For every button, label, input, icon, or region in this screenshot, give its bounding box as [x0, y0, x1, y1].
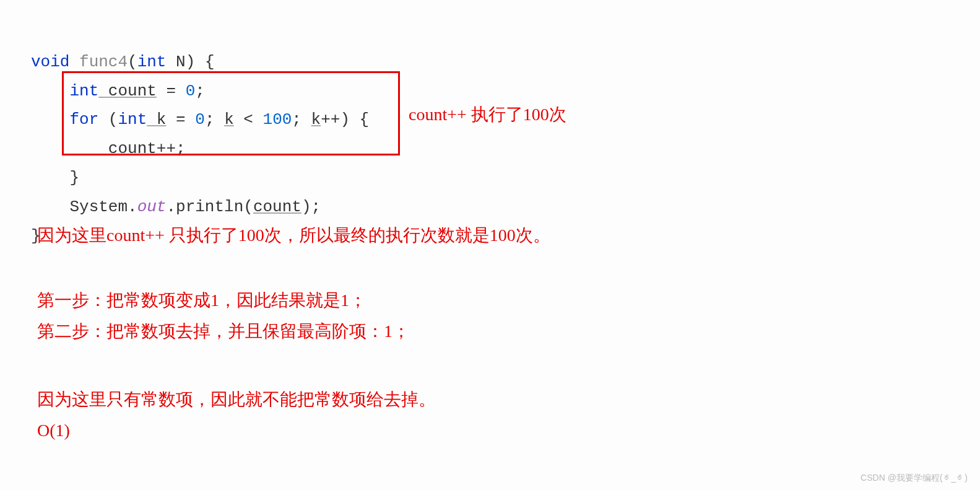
keyword-int: int: [69, 82, 98, 100]
number-literal: 100: [263, 110, 292, 129]
var-k: k: [224, 110, 234, 129]
annotation-bigO: O(1): [37, 415, 70, 446]
indent: [31, 139, 108, 158]
code-text: <: [234, 110, 263, 129]
code-text: );: [301, 198, 321, 216]
code-text: ;: [292, 110, 311, 129]
annotation-step-2: 第二步：把常数项去掉，并且保留最高阶项：1；: [37, 316, 410, 347]
indent: [31, 110, 69, 129]
annotation-paragraph-1: 因为这里count++ 只执行了100次，所以最终的执行次数就是100次。: [37, 220, 550, 251]
class-ref: System.: [69, 198, 137, 216]
function-name: func4: [69, 53, 128, 71]
semicolon: ;: [195, 82, 205, 100]
brace: }: [69, 168, 79, 187]
var-count: count: [98, 82, 157, 100]
annotation-right: count++ 执行了100次: [409, 99, 566, 130]
keyword-int: int: [118, 110, 147, 129]
annotation-paragraph-2: 因为这里只有常数项，因此就不能把常数项给去掉。: [37, 384, 436, 415]
code-text: ;: [205, 110, 224, 129]
code-text: ++;: [157, 139, 186, 158]
annotation-step-1: 第一步：把常数项变成1，因此结果就是1；: [37, 285, 366, 316]
code-text: ++) {: [321, 110, 369, 129]
code-text: .println(: [166, 198, 253, 216]
indent: [31, 198, 69, 216]
number-literal: 0: [186, 82, 196, 100]
keyword-void: void: [31, 53, 69, 71]
keyword-for: for: [69, 110, 98, 129]
var-count: count: [253, 198, 301, 216]
number-literal: 0: [195, 110, 205, 129]
code-text: =: [166, 110, 195, 129]
code-text: (: [98, 110, 118, 129]
watermark-text: CSDN @我要学编程(ಥ_ಥ): [861, 473, 968, 484]
indent: [31, 82, 69, 100]
var-count: count: [108, 139, 157, 158]
var-k: k: [311, 110, 321, 129]
field-out: out: [137, 198, 167, 216]
code-text: N) {: [166, 53, 214, 71]
code-text: =: [157, 82, 186, 100]
indent: [31, 168, 69, 187]
keyword-int: int: [137, 53, 167, 71]
var-k: k: [147, 110, 166, 129]
code-text: (: [128, 53, 137, 71]
